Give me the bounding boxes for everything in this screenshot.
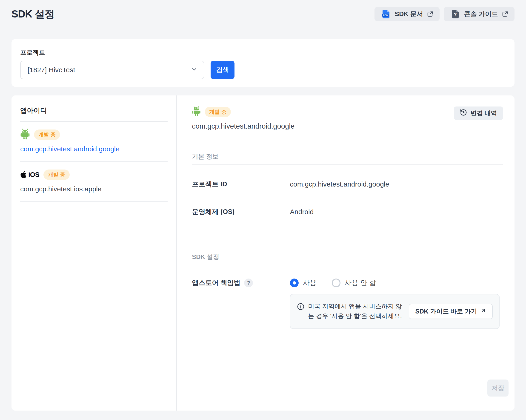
sdk-guide-button[interactable]: SDK 가이드 바로 가기 [409, 304, 493, 319]
save-button[interactable]: 저장 [487, 379, 508, 397]
status-badge: 개발 중 [43, 170, 70, 180]
svg-text:?: ? [454, 12, 457, 17]
radio-use-label: 사용 [303, 278, 317, 287]
svg-text:SDK: SDK [383, 14, 388, 17]
app-id-text: com.gcp.hivetest.ios.apple [20, 185, 168, 193]
radio-option-not-use[interactable]: 사용 안 함 [332, 278, 376, 287]
sdk-doc-button-label: SDK 문서 [395, 10, 423, 18]
project-card: 프로젝트 [1827] HiveTest 검색 [11, 39, 515, 87]
sdk-doc-button[interactable]: SDK SDK 문서 [374, 7, 440, 21]
basic-info-section: 기본 정보 프로젝트 ID com.gcp.hivetest.android.g… [192, 153, 503, 216]
os-label: 운영체제 (OS) [192, 207, 290, 216]
radio-unselected-icon[interactable] [332, 278, 341, 287]
sdk-settings-section: SDK 설정 앱스토어 책임법 ? 사용 사용 안 함 [192, 253, 503, 329]
ios-icon: iOS [20, 171, 39, 178]
project-select-value: [1827] HiveTest [28, 66, 75, 74]
sdk-guide-button-label: SDK 가이드 바로 가기 [415, 307, 477, 316]
search-button[interactable]: 검색 [211, 61, 234, 79]
sdk-settings-title: SDK 설정 [192, 253, 503, 265]
project-id-label: 프로젝트 ID [192, 180, 290, 189]
app-list-item-ios[interactable]: iOS 개발 중 com.gcp.hivetest.ios.apple [20, 162, 168, 202]
radio-not-use-label: 사용 안 함 [345, 278, 376, 287]
project-label: 프로젝트 [20, 49, 506, 56]
help-icon[interactable]: ? [244, 278, 253, 287]
status-badge: 개발 중 [34, 130, 60, 140]
android-icon [192, 106, 201, 117]
sdk-settings-page: SDK 설정 SDK SDK 문서 [0, 0, 526, 420]
appstore-law-radio-group: 사용 사용 안 함 [290, 278, 376, 287]
detail-app-id: com.gcp.hivetest.android.google [192, 122, 294, 130]
chevron-down-icon [191, 66, 198, 74]
page-title: SDK 설정 [11, 7, 54, 21]
appstore-law-label: 앱스토어 책임법 [192, 278, 241, 287]
basic-info-title: 기본 정보 [192, 153, 503, 165]
main-card: 앱아이디 [11, 95, 515, 410]
info-icon [297, 302, 305, 311]
app-id-sidebar: 앱아이디 [11, 95, 177, 410]
top-actions: SDK SDK 문서 ? [374, 7, 515, 21]
app-list-title: 앱아이디 [20, 106, 168, 122]
console-guide-button[interactable]: ? 콘솔 가이드 [444, 7, 515, 21]
external-link-icon [427, 10, 434, 18]
project-select[interactable]: [1827] HiveTest [20, 61, 204, 79]
app-id-link[interactable]: com.gcp.hivetest.android.google [20, 145, 168, 153]
top-header: SDK 설정 SDK SDK 문서 [0, 0, 526, 21]
radio-selected-icon[interactable] [290, 278, 299, 287]
os-value: Android [290, 208, 314, 216]
app-list-item-android[interactable]: 개발 중 com.gcp.hivetest.android.google [20, 122, 168, 162]
radio-option-use[interactable]: 사용 [290, 278, 317, 287]
console-guide-icon: ? [450, 9, 460, 19]
ios-platform-label: iOS [28, 171, 39, 178]
android-icon [20, 129, 30, 141]
app-detail-panel: 개발 중 com.gcp.hivetest.android.google 변경 … [177, 95, 515, 410]
usage-notice-text: 미국 지역에서 앱을 서비스하지 않는 경우 ‘사용 안 함’을 선택하세요. [308, 302, 403, 321]
history-icon [460, 109, 467, 118]
arrow-up-right-icon [480, 307, 486, 315]
project-id-value: com.gcp.hivetest.android.google [290, 180, 389, 188]
status-badge: 개발 중 [205, 107, 231, 117]
external-link-icon [502, 10, 508, 18]
sdk-doc-icon: SDK [381, 9, 391, 19]
usage-notice-box: 미국 지역에서 앱을 서비스하지 않는 경우 ‘사용 안 함’을 선택하세요. … [290, 294, 500, 329]
console-guide-button-label: 콘솔 가이드 [464, 10, 498, 18]
change-history-label: 변경 내역 [470, 109, 497, 117]
detail-footer: 저장 [177, 365, 515, 410]
change-history-button[interactable]: 변경 내역 [454, 106, 503, 120]
